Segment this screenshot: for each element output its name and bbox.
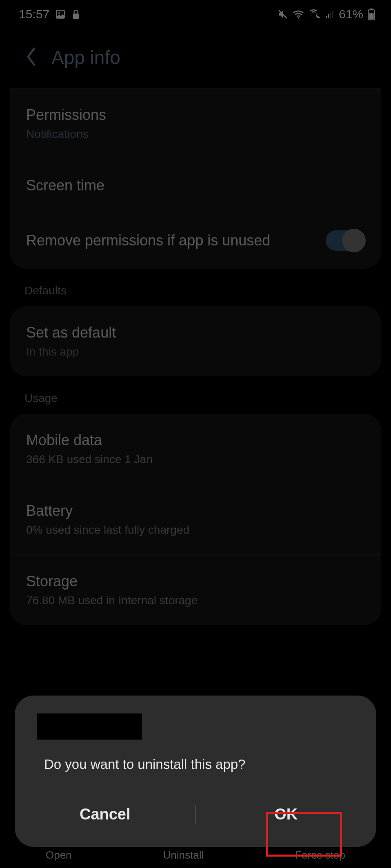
permissions-title: Permissions — [26, 106, 106, 124]
row-remove-permissions[interactable]: Remove permissions if app is unused — [10, 212, 381, 269]
ok-button[interactable]: OK — [196, 794, 377, 835]
svg-rect-7 — [330, 13, 331, 18]
row-battery[interactable]: Battery 0% used since last fully charged — [10, 484, 381, 554]
svg-rect-2 — [73, 13, 79, 19]
uninstall-dialog: Do you want to uninstall this app? Cance… — [15, 696, 376, 847]
row-storage[interactable]: Storage 76.80 MB used in Internal storag… — [10, 554, 381, 625]
settings-panel-defaults: Set as default In this app — [10, 306, 381, 376]
mute-icon — [278, 9, 288, 20]
wifi-calling-icon — [309, 9, 321, 19]
page-header: App info — [0, 26, 391, 88]
page-title: App info — [51, 46, 120, 68]
svg-rect-10 — [370, 9, 373, 10]
wifi-icon — [292, 9, 304, 19]
storage-sub: 76.80 MB used in Internal storage — [26, 594, 198, 607]
battery-percent: 61% — [339, 7, 363, 21]
status-time: 15:57 — [19, 7, 49, 21]
battery-title: Battery — [26, 502, 189, 519]
status-bar: 15:57 61% — [0, 0, 391, 26]
remove-perms-title: Remove permissions if app is unused — [26, 232, 270, 249]
toggle-knob — [342, 229, 366, 252]
svg-point-4 — [298, 17, 299, 18]
image-icon — [55, 9, 66, 20]
settings-panel-1: Permissions Notifications Screen time Re… — [10, 88, 381, 269]
force-stop-button[interactable]: Force stop — [295, 849, 345, 861]
signal-icon — [325, 9, 335, 19]
screentime-title: Screen time — [26, 177, 104, 194]
section-defaults: Defaults — [0, 269, 391, 306]
set-default-title: Set as default — [26, 324, 116, 341]
storage-title: Storage — [26, 573, 198, 590]
svg-rect-5 — [326, 16, 327, 18]
uninstall-button[interactable]: Uninstall — [163, 849, 204, 861]
back-icon[interactable] — [25, 47, 38, 68]
permissions-sub: Notifications — [26, 128, 106, 141]
remove-perms-toggle[interactable] — [326, 230, 365, 251]
mobile-data-title: Mobile data — [26, 432, 153, 449]
svg-rect-11 — [369, 13, 373, 20]
open-button[interactable]: Open — [46, 849, 72, 861]
dialog-app-name-redacted — [37, 713, 142, 740]
battery-sub: 0% used since last fully charged — [26, 523, 189, 537]
settings-panel-usage: Mobile data 366 KB used since 1 Jan Batt… — [10, 414, 381, 625]
row-set-default[interactable]: Set as default In this app — [10, 306, 381, 376]
lock-icon — [71, 9, 80, 20]
row-mobile-data[interactable]: Mobile data 366 KB used since 1 Jan — [10, 414, 381, 484]
mobile-data-sub: 366 KB used since 1 Jan — [26, 453, 153, 466]
dialog-message: Do you want to uninstall this app? — [15, 747, 376, 794]
cancel-button[interactable]: Cancel — [15, 794, 196, 835]
svg-rect-8 — [332, 11, 333, 18]
battery-icon — [367, 8, 375, 20]
row-permissions[interactable]: Permissions Notifications — [10, 88, 381, 159]
svg-point-1 — [58, 12, 60, 14]
svg-rect-6 — [328, 14, 329, 18]
set-default-sub: In this app — [26, 345, 116, 358]
section-usage: Usage — [0, 376, 391, 414]
row-screen-time[interactable]: Screen time — [10, 159, 381, 212]
